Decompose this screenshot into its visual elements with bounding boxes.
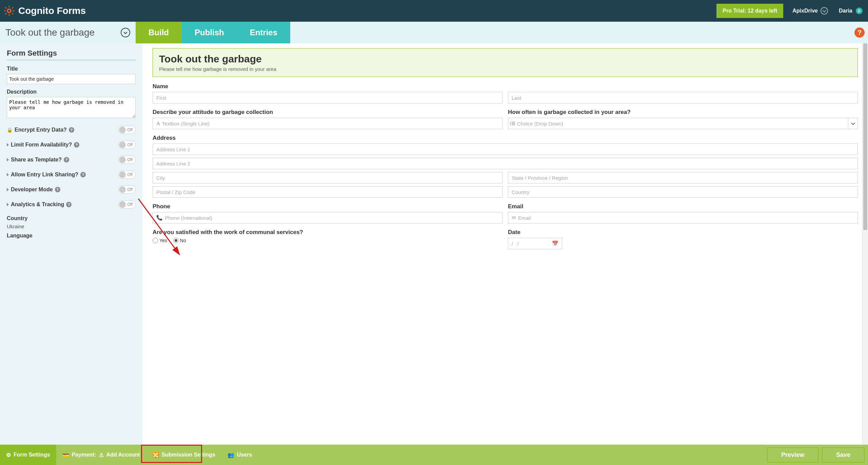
- caret-right-icon: [7, 203, 9, 206]
- help-button[interactable]: ?: [854, 27, 865, 38]
- encrypt-toggle[interactable]: Off: [118, 126, 136, 134]
- dev-row: Developer Mode ? Off: [7, 182, 136, 197]
- help-icon[interactable]: ?: [69, 127, 74, 133]
- analytics-row: Analytics & Tracking ? Off: [7, 197, 136, 212]
- chevron-down-icon: [121, 28, 130, 37]
- svg-rect-8: [5, 13, 6, 15]
- tab-build[interactable]: Build: [136, 22, 182, 43]
- svg-rect-3: [4, 11, 6, 12]
- last-name-input[interactable]: Last: [508, 92, 858, 103]
- form-name: Took out the garbage: [5, 27, 95, 38]
- description-input[interactable]: Please tell me how garbage is removed in…: [7, 97, 136, 118]
- title-input[interactable]: [7, 74, 136, 84]
- lock-icon: 🔒: [7, 127, 13, 133]
- addr1-input[interactable]: Address Line 1: [153, 143, 858, 155]
- encrypt-row: 🔒Encrypt Entry Data? ? Off: [7, 122, 136, 137]
- email-input[interactable]: ✉Email: [508, 212, 858, 224]
- svg-rect-6: [12, 13, 13, 15]
- help-icon[interactable]: ?: [55, 187, 60, 192]
- how-often-dropdown[interactable]: Choice (Drop Down): [508, 118, 858, 129]
- org-name: ApixDrive: [792, 8, 818, 14]
- attitude-input[interactable]: A Textbox (Single Line): [153, 118, 502, 129]
- envelope-icon: ✉: [512, 215, 516, 221]
- description-label: Description: [7, 89, 136, 95]
- help-icon[interactable]: ?: [80, 172, 86, 177]
- chevron-down-icon: [848, 118, 857, 129]
- main-tabs: Build Publish Entries: [136, 22, 290, 43]
- radio-yes[interactable]: Yes: [153, 238, 167, 243]
- addr2-input[interactable]: Address Line 2: [153, 158, 858, 169]
- calendar-icon: 📅: [552, 240, 558, 247]
- city-input[interactable]: City: [153, 172, 502, 183]
- caret-right-icon: [7, 173, 9, 176]
- date-field[interactable]: Date / /📅: [508, 229, 858, 249]
- satisfied-field[interactable]: Are you satisfied with the work of commu…: [153, 229, 502, 249]
- form-description: Please tell me how garbage is removed in…: [159, 66, 851, 72]
- how-often-field[interactable]: How often is garbage collected in your a…: [508, 109, 858, 129]
- title-label: Title: [7, 66, 136, 72]
- state-input[interactable]: State / Province / Region: [508, 172, 858, 183]
- tab-publish[interactable]: Publish: [182, 22, 237, 43]
- form-canvas: Took out the garbage Please tell me how …: [142, 43, 868, 445]
- country-label: Country: [7, 215, 136, 221]
- caret-right-icon: [7, 158, 9, 161]
- email-field[interactable]: Email ✉Email: [508, 203, 858, 224]
- fields-container: Name First Last Describe your attitude t…: [153, 83, 858, 249]
- help-icon[interactable]: ?: [64, 157, 69, 162]
- phone-field[interactable]: Phone 📞Phone (International): [153, 203, 502, 224]
- gear-icon: [4, 6, 14, 16]
- topbar: Cognito Forms Pro Trial: 12 days left Ap…: [0, 0, 868, 22]
- link-row: Allow Entry Link Sharing? ? Off: [7, 167, 136, 182]
- analytics-toggle[interactable]: Off: [118, 200, 136, 209]
- logo-text: Cognito Forms: [18, 5, 86, 16]
- svg-rect-5: [5, 7, 6, 9]
- org-dropdown[interactable]: ApixDrive: [787, 0, 833, 22]
- sidebar: Form Settings Title Description Please t…: [0, 43, 142, 445]
- country-value[interactable]: Ukraine: [7, 224, 136, 229]
- svg-rect-2: [9, 14, 10, 16]
- scrollbar[interactable]: [862, 43, 868, 445]
- share-row: Share as Template? ? Off: [7, 152, 136, 167]
- subbar: Took out the garbage Build Publish Entri…: [0, 22, 868, 43]
- form-title: Took out the garbage: [159, 53, 851, 65]
- textbox-icon: A: [156, 121, 160, 127]
- postal-input[interactable]: Postal / Zip Code: [153, 186, 502, 198]
- form-name-dropdown[interactable]: Took out the garbage: [0, 22, 136, 43]
- date-input[interactable]: / /📅: [508, 238, 562, 249]
- limit-toggle[interactable]: Off: [118, 141, 136, 149]
- link-toggle[interactable]: Off: [118, 171, 136, 179]
- sidebar-title: Form Settings: [7, 49, 136, 60]
- share-toggle[interactable]: Off: [118, 156, 136, 164]
- phone-icon: 📞: [156, 215, 163, 221]
- svg-rect-7: [12, 7, 13, 9]
- tab-entries[interactable]: Entries: [237, 22, 290, 43]
- svg-rect-1: [9, 6, 10, 7]
- main: Form Settings Title Description Please t…: [0, 43, 868, 445]
- address-field[interactable]: Address Address Line 1 Address Line 2 Ci…: [153, 135, 858, 198]
- trial-badge[interactable]: Pro Trial: 12 days left: [716, 4, 783, 18]
- help-icon[interactable]: ?: [66, 202, 72, 207]
- caret-right-icon: [7, 188, 9, 191]
- radio-no[interactable]: No: [173, 238, 186, 243]
- form-header[interactable]: Took out the garbage Please tell me how …: [153, 48, 858, 77]
- first-name-input[interactable]: First: [153, 92, 502, 103]
- country-input[interactable]: Country: [508, 186, 858, 198]
- chevron-down-icon: [821, 7, 828, 15]
- name-field[interactable]: Name First Last: [153, 83, 858, 103]
- language-label: Language: [7, 233, 136, 239]
- svg-rect-4: [13, 11, 14, 12]
- user-name: Daria: [839, 8, 852, 14]
- dev-toggle[interactable]: Off: [118, 186, 136, 194]
- attitude-field[interactable]: Describe your attitude to garbage collec…: [153, 109, 502, 129]
- caret-right-icon: [7, 143, 9, 147]
- phone-input[interactable]: 📞Phone (International): [153, 212, 502, 224]
- avatar: D: [856, 7, 863, 14]
- limit-row: Limit Form Availability? ? Off: [7, 137, 136, 152]
- logo[interactable]: Cognito Forms: [0, 5, 716, 16]
- user-menu[interactable]: Daria D: [833, 0, 868, 22]
- list-icon: [512, 122, 515, 125]
- svg-point-0: [7, 9, 11, 13]
- help-icon[interactable]: ?: [74, 142, 79, 148]
